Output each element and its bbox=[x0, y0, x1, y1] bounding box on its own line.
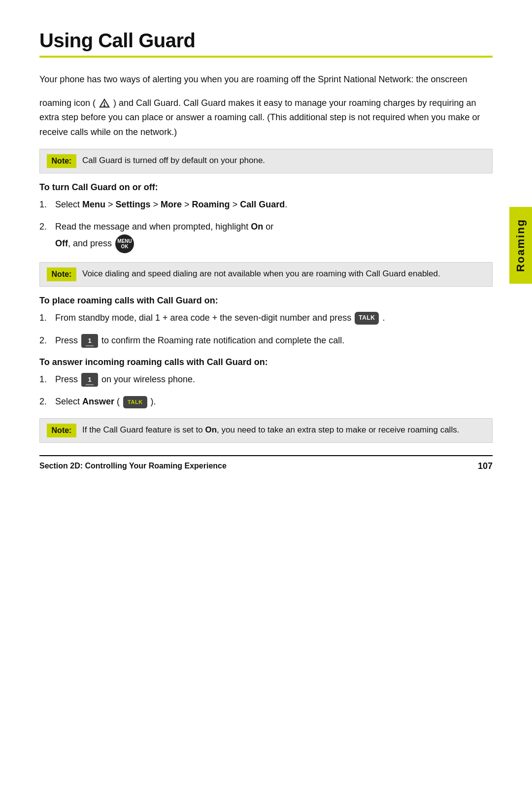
off-text: Off bbox=[55, 238, 68, 248]
note-text-3: If the Call Guard feature is set to On, … bbox=[82, 424, 459, 436]
note-label-3: Note: bbox=[47, 424, 76, 437]
note-label-1: Note: bbox=[47, 154, 76, 168]
step-3-2: 2. Select Answer ( TALK ). bbox=[39, 395, 493, 409]
answer-text: Answer bbox=[82, 397, 114, 406]
note-text-2: Voice dialing and speed dialing are not … bbox=[82, 267, 440, 280]
page-title: Using Call Guard bbox=[39, 30, 493, 52]
note-label-2: Note: bbox=[47, 267, 76, 281]
step-num-2-2: 2. bbox=[39, 333, 55, 348]
on-bold: On bbox=[205, 425, 217, 434]
answer-talk-button: TALK bbox=[123, 396, 147, 408]
title-underline bbox=[39, 56, 493, 58]
step-2-2: 2. Press to confirm the Roaming rate not… bbox=[39, 333, 493, 348]
section3-heading: To answer incoming roaming calls with Ca… bbox=[39, 357, 493, 367]
note-box-2: Note: Voice dialing and speed dialing ar… bbox=[39, 262, 493, 287]
section2-heading: To place roaming calls with Call Guard o… bbox=[39, 296, 493, 306]
talk-button-1: TALK bbox=[355, 312, 379, 325]
step-num-3-1: 1. bbox=[39, 372, 55, 387]
roaming-sidebar-tab: Roaming bbox=[509, 207, 532, 284]
footer: Section 2D: Controlling Your Roaming Exp… bbox=[39, 455, 493, 471]
on-text: On bbox=[251, 222, 263, 232]
intro-paragraph: Your phone has two ways of alerting you … bbox=[39, 72, 493, 87]
steps-list-2: 1. From standby mode, dial 1 + area code… bbox=[39, 311, 493, 348]
section1-heading: To turn Call Guard on or off: bbox=[39, 182, 493, 193]
step-num-3-2: 2. bbox=[39, 395, 55, 409]
footer-section-label: Section 2D: Controlling Your Roaming Exp… bbox=[39, 462, 227, 470]
callguard-label: Call Guard bbox=[240, 200, 285, 209]
page-container: Using Call Guard Your phone has two ways… bbox=[0, 0, 532, 491]
note-text-1: Call Guard is turned off by default on y… bbox=[82, 154, 265, 167]
press-button-2 bbox=[81, 373, 98, 387]
footer-page-number: 107 bbox=[478, 461, 493, 471]
step-3-1: 1. Press on your wireless phone. bbox=[39, 372, 493, 387]
step-content-1-2: Read the message and when prompted, high… bbox=[55, 220, 493, 253]
more-label: More bbox=[161, 200, 182, 209]
step-content-2-1: From standby mode, dial 1 + area code + … bbox=[55, 311, 493, 326]
intro-paragraph2: roaming icon ( ) and Call Guard. Call Gu… bbox=[39, 96, 493, 140]
step-2-1: 1. From standby mode, dial 1 + area code… bbox=[39, 311, 493, 326]
step-content-3-2: Select Answer ( TALK ). bbox=[55, 395, 493, 409]
menu-ok-button: MENUOK bbox=[115, 234, 134, 253]
roaming-label: Roaming bbox=[192, 200, 230, 209]
step-content-3-1: Press on your wireless phone. bbox=[55, 372, 493, 387]
steps-list-1: 1. Select Menu > Settings > More > Roami… bbox=[39, 198, 493, 253]
roaming-triangle-icon bbox=[99, 98, 110, 109]
step-1-1: 1. Select Menu > Settings > More > Roami… bbox=[39, 198, 493, 212]
step-1-2: 2. Read the message and when prompted, h… bbox=[39, 220, 493, 253]
note-box-3: Note: If the Call Guard feature is set t… bbox=[39, 418, 493, 443]
note-box-1: Note: Call Guard is turned off by defaul… bbox=[39, 149, 493, 173]
steps-list-3: 1. Press on your wireless phone. 2. Sele… bbox=[39, 372, 493, 409]
step-num-2-1: 1. bbox=[39, 311, 55, 326]
settings-label: Settings bbox=[116, 200, 151, 209]
step-content-2-2: Press to confirm the Roaming rate notifi… bbox=[55, 333, 493, 348]
press-button-1 bbox=[81, 334, 98, 348]
menu-label: Menu bbox=[82, 200, 105, 209]
svg-point-2 bbox=[104, 105, 105, 106]
step-num-1-2: 2. bbox=[39, 220, 55, 234]
step-num-1-1: 1. bbox=[39, 198, 55, 212]
step-content-1-1: Select Menu > Settings > More > Roaming … bbox=[55, 198, 493, 212]
